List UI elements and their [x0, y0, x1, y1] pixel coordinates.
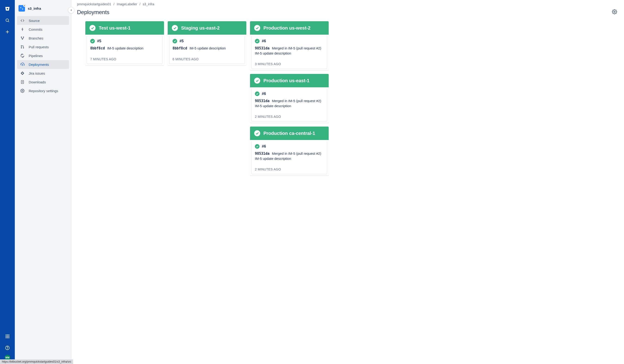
- sidebar-item-jira-issues[interactable]: Jira issues: [17, 69, 69, 78]
- deployment-body: #5 8bbf8cd IM-5 update description 6 MIN…: [169, 36, 245, 64]
- page-settings-button[interactable]: [611, 8, 619, 17]
- sidebar-item-label: Source: [29, 19, 66, 23]
- sidebar-item-branches[interactable]: Branches: [17, 34, 69, 43]
- status-bar: https://bitbucket.org/pmmquickstartguide…: [0, 359, 73, 364]
- svg-point-17: [21, 46, 22, 46]
- sidebar-item-repo-settings[interactable]: Repository settings: [17, 86, 69, 95]
- branches-icon: [20, 36, 25, 40]
- commit-line[interactable]: 98531da Merged in IM-5 (pull request #2)…: [252, 97, 327, 111]
- environment-card[interactable]: Production us-west-2 #6 98531da Merged i…: [250, 21, 329, 70]
- svg-rect-5: [7, 336, 8, 337]
- svg-point-18: [21, 47, 22, 48]
- lock-icon: [23, 4, 26, 7]
- commit-hash: 8bbf8cd: [173, 46, 187, 50]
- sidebar-item-source[interactable]: Source: [17, 16, 69, 25]
- success-check-icon: [254, 25, 260, 31]
- main-content: pmmquickstartguides01 / ImageLabeller / …: [72, 0, 624, 364]
- deployment-build[interactable]: #6: [252, 89, 327, 97]
- collapse-sidebar-button[interactable]: [68, 7, 75, 13]
- deployment-column: Test us-west-1 #5 8bbf8cd IM-5 update de…: [85, 21, 164, 65]
- environment-header: Production us-west-2: [250, 21, 329, 35]
- apps-icon[interactable]: [3, 332, 12, 341]
- breadcrumb-separator: /: [139, 2, 140, 6]
- commit-message: IM-5 update description: [107, 46, 143, 50]
- commit-hash: 98531da: [255, 99, 269, 103]
- sidebar-item-label: Repository settings: [29, 89, 66, 93]
- svg-point-19: [23, 47, 24, 48]
- commits-icon: [20, 27, 25, 31]
- svg-point-22: [614, 11, 615, 12]
- search-icon[interactable]: [3, 16, 12, 25]
- deployment-build[interactable]: #6: [252, 141, 327, 150]
- repo-name: s3_infra: [28, 6, 41, 10]
- svg-rect-1: [6, 335, 7, 336]
- sidebar-item-label: Deployments: [29, 63, 66, 67]
- commit-hash: 98531da: [255, 46, 269, 50]
- svg-rect-7: [6, 338, 7, 338]
- breadcrumb: pmmquickstartguides01 / ImageLabeller / …: [72, 0, 624, 8]
- svg-rect-3: [9, 335, 9, 336]
- svg-point-14: [21, 37, 22, 37]
- source-icon: [20, 19, 25, 23]
- success-check-icon: [255, 91, 260, 96]
- deployment-column: Staging us-east-2 #5 8bbf8cd IM-5 update…: [168, 21, 246, 65]
- deployment-body: #6 98531da Merged in IM-5 (pull request …: [251, 141, 327, 174]
- success-check-icon: [90, 39, 95, 44]
- environment-name: Production us-west-2: [263, 25, 310, 31]
- create-icon[interactable]: [3, 27, 12, 37]
- deployment-build[interactable]: #6: [252, 36, 327, 45]
- commit-line[interactable]: 8bbf8cd IM-5 update description: [169, 45, 245, 54]
- commit-line[interactable]: 8bbf8cd IM-5 update description: [87, 45, 162, 54]
- help-icon[interactable]: [3, 343, 12, 352]
- environment-name: Test us-west-1: [99, 25, 130, 31]
- environment-header: Staging us-east-2: [168, 21, 246, 35]
- svg-rect-4: [6, 336, 7, 337]
- sidebar-item-label: Pipelines: [29, 54, 66, 58]
- svg-point-11: [7, 349, 8, 349]
- breadcrumb-separator: /: [114, 2, 114, 6]
- sidebar-item-label: Branches: [29, 36, 66, 40]
- environment-card[interactable]: Production us-east-1 #6 98531da Merged i…: [250, 74, 329, 123]
- svg-point-16: [22, 39, 23, 40]
- svg-point-13: [22, 29, 23, 30]
- deployment-time: 6 MINUTES AGO: [169, 54, 245, 64]
- deployment-body: #6 98531da Merged in IM-5 (pull request …: [251, 89, 327, 121]
- svg-point-15: [23, 37, 24, 37]
- sidebar-item-pipelines[interactable]: Pipelines: [17, 51, 69, 60]
- sidebar-item-downloads[interactable]: Downloads: [17, 78, 69, 86]
- deployments-grid: Test us-west-1 #5 8bbf8cd IM-5 update de…: [72, 21, 624, 182]
- breadcrumb-item[interactable]: ImageLabeller: [117, 2, 137, 6]
- environment-card[interactable]: Staging us-east-2 #5 8bbf8cd IM-5 update…: [168, 21, 246, 65]
- environment-name: Production us-east-1: [263, 78, 310, 83]
- deployment-time: 2 MINUTES AGO: [252, 164, 327, 174]
- environment-card[interactable]: Test us-west-1 #5 8bbf8cd IM-5 update de…: [85, 21, 164, 65]
- success-check-icon: [89, 25, 96, 31]
- sidebar-item-pull-requests[interactable]: Pull requests: [17, 43, 69, 51]
- success-check-icon: [172, 25, 178, 31]
- deployments-icon: [20, 62, 25, 67]
- sidebar: s3_infra Source Commits Branches Pull re…: [15, 0, 72, 364]
- repo-avatar-icon: [19, 5, 25, 12]
- svg-rect-12: [24, 5, 25, 6]
- commit-line[interactable]: 98531da Merged in IM-5 (pull request #2)…: [252, 45, 327, 58]
- sidebar-item-label: Commits: [29, 27, 66, 31]
- deployment-time: 7 MINUTES AGO: [87, 54, 162, 64]
- svg-rect-9: [9, 338, 9, 338]
- environment-header: Test us-west-1: [85, 21, 164, 35]
- svg-point-0: [6, 19, 9, 22]
- deployment-build[interactable]: #5: [87, 36, 162, 45]
- global-nav: WM: [0, 0, 15, 364]
- success-check-icon: [255, 144, 260, 149]
- commit-line[interactable]: 98531da Merged in IM-5 (pull request #2)…: [252, 150, 327, 164]
- environment-card[interactable]: Production ca-central-1 #6 98531da Merge…: [250, 127, 329, 176]
- build-number: #5: [97, 39, 101, 43]
- breadcrumb-item[interactable]: pmmquickstartguides01: [77, 2, 111, 6]
- deployment-build[interactable]: #5: [169, 36, 245, 45]
- deployment-time: 2 MINUTES AGO: [252, 111, 327, 121]
- sidebar-item-deployments[interactable]: Deployments: [17, 60, 69, 69]
- bitbucket-logo-icon[interactable]: [3, 4, 12, 13]
- sidebar-item-commits[interactable]: Commits: [17, 25, 69, 34]
- repo-header[interactable]: s3_infra: [17, 4, 69, 16]
- commit-hash: 98531da: [255, 152, 269, 156]
- breadcrumb-item[interactable]: s3_infra: [143, 2, 154, 6]
